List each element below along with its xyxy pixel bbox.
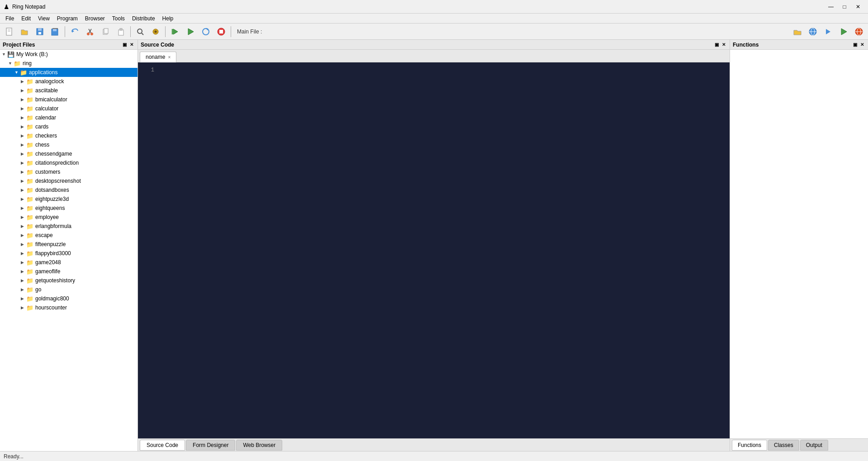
svg-marker-32 (826, 29, 830, 34)
svg-rect-4 (38, 29, 42, 31)
tree-item-label: eightqueens (35, 205, 65, 211)
stop-button[interactable] (214, 25, 228, 38)
refresh-button[interactable] (199, 25, 213, 38)
new-file-button[interactable] (2, 25, 16, 38)
arrow-icon: ▶ (21, 188, 26, 192)
tree-item-label: hourscounter (35, 304, 67, 311)
tree-item-label: go (35, 286, 41, 293)
tree-applications[interactable]: ▼ 📁 applications (0, 68, 138, 77)
tree-item-eightpuzzle3d[interactable]: ▶📁eightpuzzle3d (0, 195, 138, 204)
tree-item-hourscounter[interactable]: ▶📁hourscounter (0, 303, 138, 312)
run-prev-button[interactable] (168, 25, 182, 38)
bottom-tab-source-code[interactable]: Source Code (140, 440, 185, 451)
menu-item-file[interactable]: File (2, 14, 18, 24)
tree-item-label: gameoflife (35, 268, 60, 275)
tree-item-employee[interactable]: ▶📁employee (0, 213, 138, 222)
tree-item-eightqueens[interactable]: ▶📁eightqueens (0, 204, 138, 213)
arrow-icon: ▶ (21, 269, 26, 274)
panel-close-icon[interactable]: ✕ (128, 42, 135, 48)
paste-button[interactable] (114, 25, 128, 38)
tree-item-escape[interactable]: ▶📁escape (0, 231, 138, 240)
arrow-icon: ▶ (21, 197, 26, 201)
menu-item-edit[interactable]: Edit (18, 14, 34, 24)
right-tab-output[interactable]: Output (800, 440, 828, 451)
minimize-button[interactable]: — (825, 2, 837, 11)
menu-item-browser[interactable]: Browser (81, 14, 109, 24)
arrow-icon: ▶ (21, 242, 26, 247)
menu-item-program[interactable]: Program (53, 14, 81, 24)
tree-item-go[interactable]: ▶📁go (0, 285, 138, 294)
tree-ring[interactable]: ▼ 📁 ring (0, 59, 138, 68)
tree-item-gameoflife[interactable]: ▶📁gameoflife (0, 267, 138, 276)
tree-item-chess[interactable]: ▶📁chess (0, 140, 138, 149)
cut-button[interactable] (83, 25, 97, 38)
center-panel-controls: ▣ ✕ (713, 42, 727, 48)
toolbar-sep-1 (65, 26, 65, 37)
forward-button[interactable] (821, 25, 835, 38)
tree-root[interactable]: ▼ 💾 My Work (B:) (0, 50, 138, 59)
svg-rect-15 (104, 29, 108, 33)
bottom-tabs: Source CodeForm DesignerWeb Browser (138, 438, 730, 451)
tree-item-calendar[interactable]: ▶📁calendar (0, 113, 138, 122)
save-all-button[interactable] (48, 25, 62, 38)
center-close-icon[interactable]: ✕ (721, 42, 727, 48)
panel-minimize-icon[interactable]: ▣ (121, 42, 128, 48)
tree-item-flappybird3000[interactable]: ▶📁flappybird3000 (0, 249, 138, 258)
right-tab-classes[interactable]: Classes (768, 440, 799, 451)
bottom-tab-form-designer[interactable]: Form Designer (186, 440, 235, 451)
right-tab-functions[interactable]: Functions (732, 440, 767, 451)
web-button[interactable] (806, 25, 820, 38)
tree-item-checkers[interactable]: ▶📁checkers (0, 131, 138, 140)
tab-noname[interactable]: noname × (140, 52, 176, 62)
tree-item-label: checkers (35, 133, 57, 139)
open-folder-button-right[interactable] (790, 25, 805, 38)
tab-bar: noname × (138, 50, 730, 62)
tree-item-bmicalculator[interactable]: ▶📁bmicalculator (0, 95, 138, 104)
tree-item-customers[interactable]: ▶📁customers (0, 167, 138, 176)
menu-item-distribute[interactable]: Distribute (128, 14, 159, 24)
project-tree[interactable]: ▼ 💾 My Work (B:) ▼ 📁 ring ▼ 📁 applicatio… (0, 50, 138, 451)
app-icon: ♟ (4, 3, 9, 10)
right-minimize-icon[interactable]: ▣ (852, 42, 858, 48)
tree-item-getquoteshistory[interactable]: ▶📁getquoteshistory (0, 276, 138, 285)
tree-item-analogclock[interactable]: ▶📁analogclock (0, 77, 138, 86)
folder-icon: 📁 (26, 196, 33, 203)
tree-item-calculator[interactable]: ▶📁calculator (0, 104, 138, 113)
maximize-button[interactable]: □ (838, 2, 851, 11)
right-panel-title: Functions (733, 42, 759, 48)
tree-item-citationsprediction[interactable]: ▶📁citationsprediction (0, 158, 138, 167)
arrow-icon: ▶ (21, 115, 26, 120)
save-button[interactable] (33, 25, 47, 38)
tree-item-label: calculator (35, 105, 58, 112)
settings-button[interactable] (148, 25, 163, 38)
menu-item-view[interactable]: View (34, 14, 53, 24)
copy-button[interactable] (98, 25, 113, 38)
bottom-tab-web-browser[interactable]: Web Browser (236, 440, 282, 451)
tree-item-dotsandboxes[interactable]: ▶📁dotsandboxes (0, 185, 138, 195)
arrow-icon: ▶ (21, 161, 26, 165)
tree-item-desktopscreenshot[interactable]: ▶📁desktopscreenshot (0, 176, 138, 185)
tree-item-cards[interactable]: ▶📁cards (0, 122, 138, 131)
toolbar-sep-2 (130, 26, 131, 37)
tree-item-fifteenpuzzle[interactable]: ▶📁fifteenpuzzle (0, 240, 138, 249)
undo-button[interactable] (67, 25, 82, 38)
run-button[interactable] (183, 25, 198, 38)
open-file-button[interactable] (17, 25, 32, 38)
folder-icon: 📁 (26, 259, 33, 266)
code-editor[interactable]: 1 (138, 62, 730, 438)
menu-item-tools[interactable]: Tools (109, 14, 128, 24)
tree-item-game2048[interactable]: ▶📁game2048 (0, 258, 138, 267)
tree-item-asciitable[interactable]: ▶📁asciitable (0, 86, 138, 95)
center-minimize-icon[interactable]: ▣ (713, 42, 720, 48)
tab-close-btn[interactable]: × (168, 55, 171, 60)
right-close-icon[interactable]: ✕ (859, 42, 865, 48)
menu-item-help[interactable]: Help (159, 14, 177, 24)
find-button[interactable] (133, 25, 147, 38)
tree-item-chessendgame[interactable]: ▶📁chessendgame (0, 149, 138, 158)
tree-item-goldmagic800[interactable]: ▶📁goldmagic800 (0, 294, 138, 303)
tree-item-erlangbformula[interactable]: ▶📁erlangbformula (0, 222, 138, 231)
run-right-button[interactable] (836, 25, 851, 38)
main-area: Project Files ▣ ✕ ▼ 💾 My Work (B:) ▼ 📁 r… (0, 40, 868, 451)
close-button[interactable]: ✕ (852, 2, 864, 11)
globe-button[interactable] (852, 25, 866, 38)
